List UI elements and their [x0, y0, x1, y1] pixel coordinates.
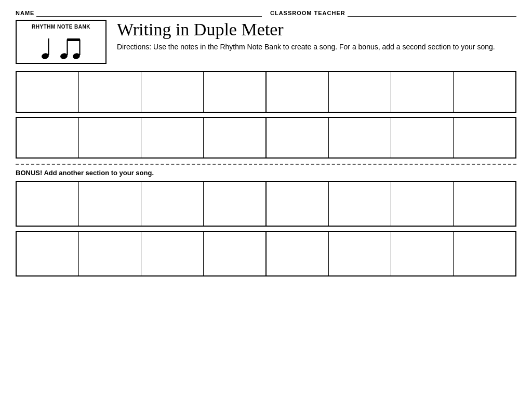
grid-cell-2-8 — [454, 118, 515, 157]
main-grid-section — [16, 71, 516, 159]
teacher-underline — [348, 9, 516, 17]
grid-cell-1-6 — [329, 72, 391, 112]
grid-cell-2-3 — [141, 118, 204, 157]
grid-cell-2-2 — [79, 118, 141, 157]
name-label: NAME — [16, 10, 34, 16]
grid-cell-1-4 — [204, 72, 267, 112]
title-section: RHYTHM NOTE BANK — [16, 20, 516, 64]
directions-text: Directions: Use the notes in the Rhythm … — [117, 42, 516, 52]
beamed-eighth-notes-icon — [60, 33, 82, 60]
bonus-cell-2-2 — [79, 232, 141, 275]
bonus-cell-1-1 — [17, 182, 79, 226]
grid-cell-1-7 — [391, 72, 454, 112]
bonus-cell-2-1 — [17, 232, 79, 275]
bonus-cell-2-4 — [204, 232, 267, 275]
bonus-cell-1-4 — [204, 182, 267, 226]
rhythm-note-bank-label: RHYTHM NOTE BANK — [22, 24, 100, 30]
teacher-label: CLASSROOM TEACHER — [270, 10, 345, 16]
teacher-field: CLASSROOM TEACHER — [270, 9, 516, 17]
bonus-cell-1-3 — [141, 182, 204, 226]
quarter-note-icon — [41, 33, 50, 60]
bonus-cell-2-7 — [391, 232, 454, 275]
bonus-cell-1-2 — [79, 182, 141, 226]
grid-cell-1-5 — [267, 72, 329, 112]
grid-cell-1-8 — [454, 72, 515, 112]
grid-cell-2-6 — [329, 118, 391, 157]
main-title: Writing in Duple Meter — [117, 20, 516, 39]
bonus-cell-2-6 — [329, 232, 391, 275]
header-bar: NAME CLASSROOM TEACHER — [16, 9, 516, 17]
grid-cell-2-5 — [267, 118, 329, 157]
bonus-cell-1-7 — [391, 182, 454, 226]
svg-rect-6 — [67, 38, 80, 41]
grid-cell-1-2 — [79, 72, 141, 112]
name-field: NAME — [16, 9, 262, 17]
bonus-label: BONUS! Add another section to your song. — [16, 169, 516, 177]
grid-row-2 — [16, 117, 516, 159]
bonus-grid-row-1 — [16, 181, 516, 227]
bonus-section — [16, 181, 516, 276]
dashed-divider — [16, 164, 516, 165]
grid-cell-1-3 — [141, 72, 204, 112]
grid-cell-2-7 — [391, 118, 454, 157]
bonus-cell-1-5 — [267, 182, 329, 226]
bonus-grid-row-2 — [16, 231, 516, 276]
bonus-cell-2-8 — [454, 232, 515, 275]
rhythm-note-bank-box: RHYTHM NOTE BANK — [16, 20, 107, 64]
name-underline — [36, 9, 262, 17]
grid-row-1 — [16, 71, 516, 113]
grid-cell-2-1 — [17, 118, 79, 157]
note-icons — [22, 34, 100, 60]
bonus-cell-2-3 — [141, 232, 204, 275]
page: NAME CLASSROOM TEACHER RHYTHM NOTE BANK — [0, 0, 532, 395]
grid-cell-2-4 — [204, 118, 267, 157]
grid-cell-1-1 — [17, 72, 79, 112]
bonus-cell-1-8 — [454, 182, 515, 226]
bonus-cell-1-6 — [329, 182, 391, 226]
title-content: Writing in Duple Meter Directions: Use t… — [117, 20, 516, 52]
bonus-cell-2-5 — [267, 232, 329, 275]
